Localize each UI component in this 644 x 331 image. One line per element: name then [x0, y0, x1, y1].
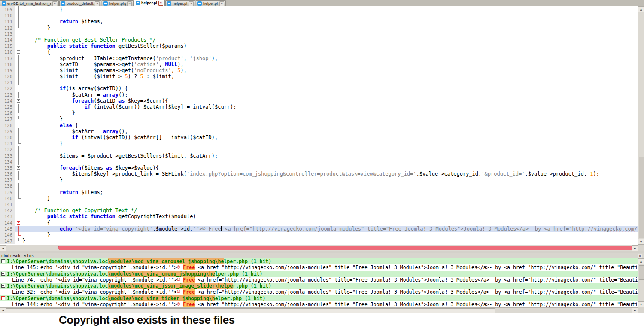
fold-margin[interactable]: [15, 49, 22, 55]
close-tab-icon[interactable]: ×: [189, 1, 194, 6]
code-token: }: [22, 232, 50, 238]
fold-margin[interactable]: [15, 232, 22, 238]
fold-margin[interactable]: [15, 159, 22, 165]
fold-margin[interactable]: [15, 171, 22, 177]
line-number: 118: [0, 61, 15, 67]
fold-margin[interactable]: [15, 213, 22, 219]
find-scroll-left-icon[interactable]: ◄: [0, 308, 6, 313]
find-scroll-right-icon[interactable]: ►: [632, 308, 638, 313]
close-tab-icon[interactable]: ×: [52, 1, 57, 6]
fold-margin[interactable]: [15, 37, 22, 43]
code-text: [22, 12, 638, 18]
code-token: [22, 134, 72, 140]
fold-margin[interactable]: [15, 25, 22, 31]
fold-margin[interactable]: [15, 153, 22, 159]
fold-margin[interactable]: [15, 110, 22, 116]
collapse-icon[interactable]: [1, 259, 5, 263]
fold-margin[interactable]: [15, 31, 22, 37]
find-vscroll-thumb[interactable]: [639, 265, 644, 280]
fold-margin[interactable]: [15, 140, 22, 146]
line-body: }: [15, 195, 638, 201]
close-tab-icon[interactable]: ×: [95, 1, 100, 6]
close-tab-icon[interactable]: ×: [158, 1, 163, 6]
fold-margin[interactable]: [15, 189, 22, 195]
find-horizontal-scrollbar[interactable]: ◄ ►: [0, 307, 638, 313]
tab-product-default-php[interactable]: product_default.php×: [59, 0, 101, 6]
find-result-file[interactable]: I:\OpenServer\domains\shopviva.loc\modul…: [0, 295, 638, 301]
collapse-icon[interactable]: [1, 272, 5, 276]
code-editor[interactable]: 109 }110111 return $items;112 }113114 /*…: [0, 6, 638, 245]
tab-en-gb-tpl-vina-fashion-s-ini[interactable]: en-GB.tpl_vina_fashion_s.ini×: [0, 0, 59, 6]
fold-margin[interactable]: [15, 55, 22, 61]
fold-margin[interactable]: [15, 18, 22, 24]
fold-margin[interactable]: [15, 73, 22, 79]
fold-margin[interactable]: [15, 61, 22, 67]
collapse-icon[interactable]: [1, 284, 5, 288]
find-result-hit[interactable]: Line 145:echo '<div id="vina-copyright'.…: [0, 264, 638, 270]
code-text: [22, 31, 638, 37]
fold-margin[interactable]: [15, 122, 22, 128]
find-result-hit[interactable]: Line 32:echo '<div id="vina-copyright'.$…: [0, 289, 638, 295]
code-token: <a: [222, 226, 234, 232]
scroll-right-icon[interactable]: ►: [632, 245, 638, 251]
editor-vscroll-thumb[interactable]: [639, 157, 644, 238]
scroll-left-icon[interactable]: ◄: [0, 245, 6, 251]
line-body: [15, 79, 638, 85]
fold-margin[interactable]: [15, 92, 22, 98]
find-scroll-down-icon[interactable]: ▼: [638, 301, 644, 307]
line-body: if (intval($catID)) $catArr[] = intval($…: [15, 134, 638, 140]
hit-code-pre: echo '<div id="vina-copyright'.$module->…: [40, 264, 177, 270]
close-tab-icon[interactable]: ×: [127, 1, 132, 6]
fold-margin[interactable]: [15, 12, 22, 18]
fold-margin[interactable]: [15, 128, 22, 134]
code-token: [22, 122, 60, 128]
find-results-list[interactable]: I:\OpenServer\domains\shopviva.loc\modul…: [0, 258, 638, 307]
find-vertical-scrollbar[interactable]: ▲ ▼: [638, 258, 644, 307]
fold-margin[interactable]: [15, 67, 22, 73]
tab-helper-php[interactable]: helper.php×: [102, 0, 134, 6]
find-hscroll-thumb[interactable]: [6, 308, 495, 313]
close-tab-icon[interactable]: ×: [219, 1, 224, 6]
fold-margin[interactable]: [15, 201, 22, 207]
line-body: }: [15, 238, 638, 244]
find-result-file[interactable]: I:\OpenServer\domains\shopviva.loc\modul…: [0, 271, 638, 277]
editor-vertical-scrollbar[interactable]: ▲ ▼: [638, 6, 644, 245]
tab-helper-php[interactable]: helper.php×: [134, 0, 165, 6]
line-number: 145: [0, 226, 15, 232]
close-find-panel-icon[interactable]: x: [638, 254, 642, 258]
code-text: }: [22, 238, 638, 244]
fold-margin[interactable]: [15, 195, 22, 201]
fold-margin[interactable]: [15, 116, 22, 122]
find-result-hit[interactable]: Line 144:echo '<div id="vina-copyright'.…: [0, 301, 638, 307]
fold-margin[interactable]: [15, 238, 22, 244]
fold-margin[interactable]: [15, 165, 22, 171]
fold-margin[interactable]: [15, 220, 22, 226]
tab-helper-php[interactable]: helper.php×: [196, 0, 226, 6]
find-result-hit[interactable]: Line 74:echo '<div id="vina-copyright'.$…: [0, 277, 638, 283]
tab-helper-php[interactable]: helper.php×: [165, 0, 195, 6]
code-token: public: [47, 43, 66, 49]
fold-margin[interactable]: [15, 6, 22, 12]
scroll-down-icon[interactable]: ▼: [638, 239, 644, 245]
code-line-123: 123 $catArr = array();: [0, 92, 638, 98]
fold-margin[interactable]: [15, 146, 22, 152]
find-result-file[interactable]: I:\OpenServer\domains\shopviva.loc\modul…: [0, 283, 638, 289]
find-result-file[interactable]: I:\OpenServer\domains\shopviva.loc\modul…: [0, 258, 638, 264]
editor-horizontal-scrollbar[interactable]: ◄ ►: [0, 245, 638, 251]
code-token: (is_array($catID)) {: [66, 85, 128, 91]
fold-margin[interactable]: [15, 43, 22, 49]
line-body: echo '<div id="vina-copyright'.$module->…: [15, 226, 638, 232]
fold-margin[interactable]: [15, 183, 22, 189]
fold-margin[interactable]: [15, 104, 22, 110]
scroll-up-icon[interactable]: ▲: [638, 6, 644, 12]
fold-margin[interactable]: [15, 85, 22, 91]
line-body: [15, 201, 638, 207]
find-scroll-up-icon[interactable]: ▲: [638, 258, 644, 264]
fold-margin[interactable]: [15, 177, 22, 183]
collapse-icon[interactable]: [1, 296, 5, 300]
fold-margin[interactable]: [15, 207, 22, 213]
fold-margin[interactable]: [15, 79, 22, 85]
fold-margin[interactable]: [15, 226, 22, 232]
fold-margin[interactable]: [15, 134, 22, 140]
fold-margin[interactable]: [15, 98, 22, 104]
